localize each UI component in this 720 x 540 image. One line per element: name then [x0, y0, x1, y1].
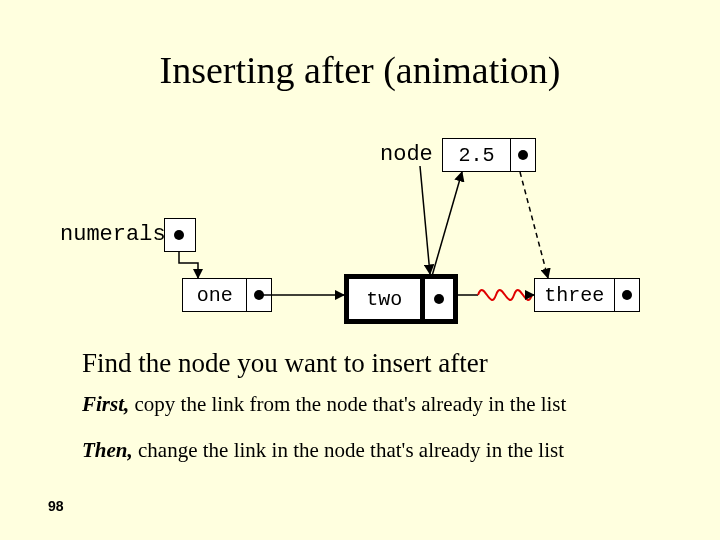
node-2-5: 2.5: [442, 138, 536, 172]
node-two-value: two: [349, 279, 420, 319]
node-three: three: [534, 278, 640, 312]
instruction-first: First, copy the link from the node that'…: [82, 392, 566, 417]
dot-icon: [622, 290, 632, 300]
node-one-pointer: [246, 279, 271, 311]
dot-icon: [174, 230, 184, 240]
label-node: node: [380, 142, 433, 167]
dot-icon: [434, 294, 444, 304]
instruction-then: Then, change the link in the node that's…: [82, 438, 564, 463]
node-two: two: [344, 274, 458, 324]
instruction-then-em: Then,: [82, 438, 133, 462]
instruction-then-rest: change the link in the node that's alrea…: [133, 438, 564, 462]
label-numerals: numerals: [60, 222, 166, 247]
node-2-5-value: 2.5: [443, 139, 510, 171]
page-number: 98: [48, 498, 64, 514]
node-one-value: one: [183, 279, 246, 311]
instruction-first-em: First,: [82, 392, 129, 416]
instruction-find: Find the node you want to insert after: [82, 348, 488, 379]
dot-icon: [254, 290, 264, 300]
node-three-pointer: [614, 279, 639, 311]
arrow-node-to-two: [420, 166, 430, 274]
node-three-value: three: [535, 279, 614, 311]
squiggle-deleted-link: [478, 290, 532, 300]
slide-title: Inserting after (animation): [0, 48, 720, 92]
numerals-head-pointer: [164, 218, 196, 252]
arrow-numerals-to-one: [179, 251, 198, 278]
dot-icon: [518, 150, 528, 160]
arrow-25-to-three-dashed: [520, 172, 548, 278]
numerals-head-dot: [165, 219, 193, 251]
node-two-pointer: [420, 279, 453, 319]
node-2-5-pointer: [510, 139, 535, 171]
instruction-first-rest: copy the link from the node that's alrea…: [129, 392, 566, 416]
arrow-two-to-25: [432, 172, 462, 276]
node-one: one: [182, 278, 272, 312]
